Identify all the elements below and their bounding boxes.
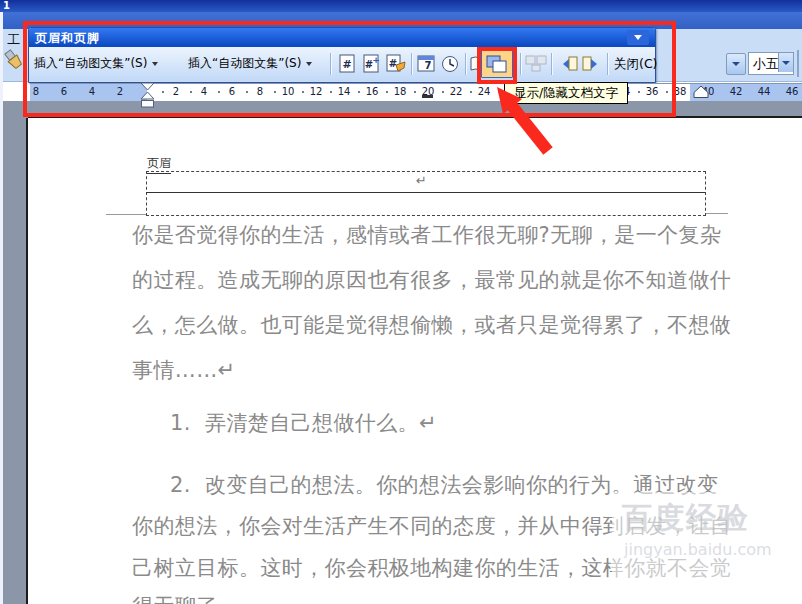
clock-icon (440, 52, 462, 76)
ruler-number: 24 (474, 86, 494, 97)
header-return-mark: ↵ (416, 173, 427, 188)
chevron-down-icon (634, 35, 642, 40)
ruler-number: 4 (194, 86, 214, 97)
hanging-indent-marker (141, 92, 154, 99)
first-line-indent-marker (141, 83, 154, 90)
combo-arrow-icon (732, 62, 740, 66)
window-titlebar: 1 (0, 0, 802, 12)
dropdown-arrow-icon (152, 62, 158, 66)
ruler-tick (358, 91, 360, 93)
insert-autotext-button-1[interactable]: 插入“自动图文集”(S) (34, 55, 158, 73)
menu-item-fragment[interactable]: 工 (7, 31, 20, 49)
separator (411, 53, 413, 75)
ruler-tick (274, 91, 276, 93)
insert-page-number-button[interactable]: # (337, 52, 359, 76)
document-text-line: 的过程。造成无聊的原因也有很多，最常见的就是你不知道做什 (132, 266, 731, 294)
ruler-tick (162, 91, 164, 93)
format-painter-icon[interactable] (2, 48, 26, 74)
page-left-edge (26, 118, 28, 604)
ruler-tick (330, 91, 332, 93)
ruler-number: 4 (82, 86, 102, 97)
ruler-number: 6 (222, 86, 242, 97)
page-surround-left (3, 101, 28, 604)
ruler-tick (218, 91, 220, 93)
insert-number-of-pages-button[interactable]: # + (361, 52, 383, 76)
show-hide-document-text-button[interactable] (481, 50, 513, 78)
page-surround-top (3, 101, 802, 116)
format-page-number-button[interactable]: # (385, 52, 407, 76)
page-number-icon: # (337, 52, 359, 76)
indent-markers[interactable] (139, 82, 157, 108)
watermark: 百度经验 jingyan.baidu.com (612, 492, 802, 596)
ruler-number: 2 (166, 86, 186, 97)
toolbar-options-chevron[interactable] (627, 30, 649, 45)
ruler-tick (386, 91, 388, 93)
separator (465, 53, 467, 75)
svg-text:#: # (342, 58, 351, 71)
font-name-combo-arrow[interactable] (726, 53, 746, 75)
document-text-line: 你是否觉得你的生活，感情或者工作很无聊?无聊，是一个复杂 (132, 221, 721, 249)
ruler-tick (442, 91, 444, 93)
calendar-icon: 7 (416, 52, 438, 76)
ruler-tick (302, 91, 304, 93)
ruler-number: 10 (278, 86, 298, 97)
watermark-text-url: jingyan.baidu.com (624, 540, 772, 559)
ruler-tick (470, 91, 472, 93)
svg-text:#: # (389, 58, 397, 69)
separator (330, 53, 332, 75)
combo-arrow-icon (782, 61, 790, 65)
dropdown-arrow-icon (306, 62, 312, 66)
ruler-tick (498, 91, 500, 93)
ruler-number: 8 (250, 86, 270, 97)
separator (607, 53, 609, 75)
ruler-number: 18 (390, 86, 410, 97)
svg-text:+: + (372, 55, 380, 65)
separator (520, 53, 522, 75)
show-previous-button[interactable] (555, 52, 577, 76)
font-size-value: 小五 (753, 55, 779, 73)
show-next-button[interactable] (580, 52, 602, 76)
tooltip: 显示/隐藏文档文字 (504, 82, 628, 104)
ruler-tick (666, 91, 668, 93)
right-indent-marker[interactable] (692, 84, 710, 98)
document-text-line: 1. 弄清楚自己想做什么。↵ (170, 409, 437, 437)
margin-crop-mark-right (706, 213, 728, 214)
page-top-edge (28, 116, 802, 118)
margin-crop-mark-left (106, 214, 146, 215)
header-footer-toolbar-body: 插入“自动图文集”(S) 插入“自动图文集”(S) # # + (29, 47, 655, 81)
ruler-number: 44 (754, 86, 774, 97)
watermark-text-cn: 百度经验 (622, 498, 750, 539)
number-of-pages-icon: # + (361, 52, 383, 76)
ruler-number: 14 (334, 86, 354, 97)
ruler-number: 22 (446, 86, 466, 97)
header-border-line (146, 192, 705, 193)
ruler-number: 36 (642, 86, 662, 97)
link-to-previous-button[interactable] (524, 52, 546, 76)
font-size-combo-arrow[interactable] (778, 53, 793, 72)
ruler-tick (638, 91, 640, 93)
insert-time-button[interactable] (440, 52, 462, 76)
ruler-number: 2 (110, 86, 130, 97)
ruler-number: 6 (54, 86, 74, 97)
word-window: 1 工 页眉和页脚 插入“自动图文集”(S) 插入“自动图文集”(S) # (0, 0, 802, 604)
ruler-number: 46 (782, 86, 802, 97)
ruler-number: 8 (26, 86, 46, 97)
ruler-tick (190, 91, 192, 93)
toolbar-title: 页眉和页脚 (35, 30, 100, 47)
header-footer-toolbar: 页眉和页脚 插入“自动图文集”(S) 插入“自动图文集”(S) # # + (28, 27, 656, 83)
svg-text:7: 7 (425, 60, 432, 71)
ruler-number: 38 (670, 86, 690, 97)
ruler-number: 42 (726, 86, 746, 97)
format-page-number-icon: # (385, 52, 407, 76)
ruler-tick (414, 91, 416, 93)
separator (551, 53, 553, 75)
ruler-tick (246, 91, 248, 93)
show-hide-document-text-icon (485, 53, 509, 75)
insert-date-button[interactable]: 7 (416, 52, 438, 76)
show-previous-icon (555, 52, 579, 76)
header-footer-toolbar-titlebar[interactable]: 页眉和页脚 (29, 28, 655, 47)
insert-autotext-button-2[interactable]: 插入“自动图文集”(S) (188, 55, 312, 73)
close-button[interactable]: 关闭(C) (614, 56, 657, 73)
center-tab-marker[interactable] (422, 95, 433, 98)
font-size-combo[interactable]: 小五 (748, 52, 794, 75)
